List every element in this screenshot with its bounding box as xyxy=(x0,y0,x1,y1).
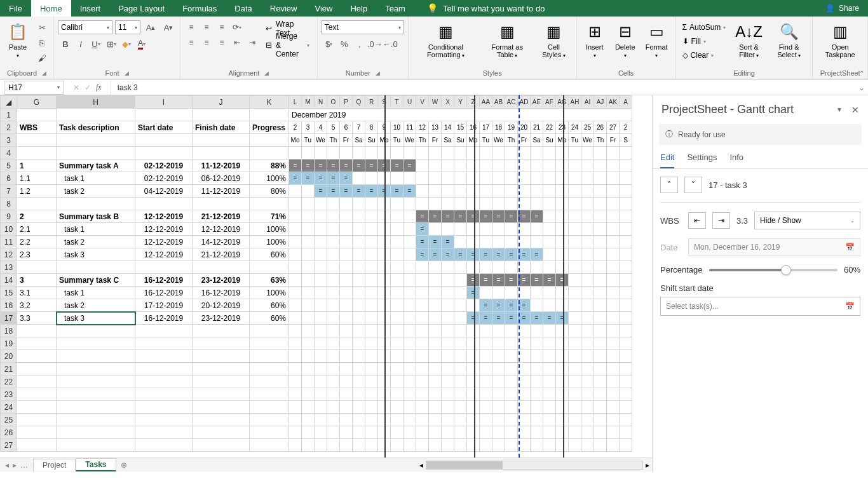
taskpane-close-button[interactable]: ✕ xyxy=(851,105,859,115)
italic-button[interactable]: I xyxy=(73,37,88,51)
col-header-AK[interactable]: AK xyxy=(607,96,620,109)
number-launcher[interactable]: ◢ xyxy=(376,70,380,76)
row-header-11[interactable]: 11 xyxy=(1,236,17,248)
taskpane-tab-info[interactable]: Info xyxy=(729,152,743,168)
fx-icon[interactable]: fx xyxy=(96,83,102,92)
prev-task-button[interactable]: ˄ xyxy=(660,177,678,193)
row-header-20[interactable]: 20 xyxy=(1,350,17,363)
row-header-16[interactable]: 16 xyxy=(1,299,17,312)
col-header-W[interactable]: W xyxy=(429,96,442,109)
sheet-nav-first[interactable]: ◂ xyxy=(5,461,9,470)
font-launcher[interactable]: ◢ xyxy=(125,70,129,76)
row-header-17[interactable]: 17 xyxy=(1,312,17,325)
cell-desc-6[interactable]: task 1 xyxy=(57,172,135,185)
row-header-14[interactable]: 14 xyxy=(1,274,17,287)
row-header-25[interactable]: 25 xyxy=(1,414,17,426)
number-format-picker[interactable]: Text▾ xyxy=(322,20,404,34)
cell-desc-15[interactable]: task 1 xyxy=(57,287,135,299)
horizontal-scrollbar[interactable]: ◂ ▸ xyxy=(417,461,652,470)
format-painter-button[interactable]: 🖌 xyxy=(34,51,50,65)
share-button[interactable]: 👤 Share xyxy=(817,4,868,13)
collapse-ribbon-button[interactable]: ⌃ xyxy=(859,70,864,77)
fill-color-button[interactable]: ◆▾ xyxy=(119,37,134,51)
next-task-button[interactable]: ˅ xyxy=(684,177,702,193)
autosum-button[interactable]: ΣAutoSum▾ xyxy=(680,20,729,34)
format-cells-button[interactable]: ▭Format xyxy=(642,20,672,60)
cut-button[interactable]: ✂ xyxy=(34,20,50,34)
decrease-decimal-button[interactable]: ←.0 xyxy=(383,37,398,51)
row-header-1[interactable]: 1 xyxy=(1,109,17,121)
align-bottom-button[interactable]: ≡ xyxy=(215,20,229,34)
cell-desc-16[interactable]: task 2 xyxy=(57,299,135,312)
col-header-AA[interactable]: AA xyxy=(480,96,492,109)
tab-view[interactable]: View xyxy=(306,0,341,17)
increase-font-button[interactable]: A▴ xyxy=(143,20,158,34)
find-select-button[interactable]: 🔍Find & Select xyxy=(770,20,809,60)
tab-review[interactable]: Review xyxy=(261,0,306,17)
copy-button[interactable]: ⎘ xyxy=(34,36,50,50)
cell-desc-9[interactable]: Summary task B xyxy=(57,210,135,223)
row-header-3[interactable]: 3 xyxy=(1,134,17,147)
align-top-button[interactable]: ≡ xyxy=(184,20,198,34)
row-header-7[interactable]: 7 xyxy=(1,185,17,198)
row-header-21[interactable]: 21 xyxy=(1,363,17,376)
select-all-corner[interactable]: ◢ xyxy=(1,96,17,109)
col-header-AC[interactable]: AC xyxy=(505,96,518,109)
hide-show-select[interactable]: Hide / Show⌄ xyxy=(754,212,860,229)
col-header-Y[interactable]: Y xyxy=(454,96,467,109)
row-header-13[interactable]: 13 xyxy=(1,261,17,274)
tell-me-search[interactable]: 💡 Tell me what you want to do xyxy=(427,3,545,13)
col-header-K[interactable]: K xyxy=(250,96,289,109)
increase-decimal-button[interactable]: .0→ xyxy=(367,37,383,51)
tab-formulas[interactable]: Formulas xyxy=(173,0,226,17)
bold-button[interactable]: B xyxy=(58,37,73,51)
cell-desc-17[interactable]: task 3 xyxy=(57,312,135,325)
sheet-nav-more[interactable]: … xyxy=(20,461,28,470)
col-header-L[interactable]: L xyxy=(289,96,302,109)
row-header-12[interactable]: 12 xyxy=(1,248,17,261)
font-name-picker[interactable]: Calibri▾ xyxy=(58,20,112,34)
expand-formula-bar[interactable]: ⌄ xyxy=(855,83,868,92)
sort-filter-button[interactable]: A↓ZSort & Filter xyxy=(731,20,766,60)
col-header-Q[interactable]: Q xyxy=(353,96,365,109)
font-color-button[interactable]: A▾ xyxy=(134,37,149,51)
tab-team[interactable]: Team xyxy=(376,0,414,17)
clipboard-launcher[interactable]: ◢ xyxy=(42,70,46,76)
col-header-J[interactable]: J xyxy=(193,96,250,109)
row-header-23[interactable]: 23 xyxy=(1,388,17,401)
row-header-22[interactable]: 22 xyxy=(1,376,17,388)
cell-styles-button[interactable]: ▦Cell Styles xyxy=(535,20,573,60)
sheet-tab-project[interactable]: Project xyxy=(33,459,76,471)
col-header-P[interactable]: P xyxy=(340,96,353,109)
col-header-A[interactable]: A xyxy=(620,96,632,109)
format-as-table-button[interactable]: ▦Format as Table xyxy=(482,20,532,60)
tab-data[interactable]: Data xyxy=(226,0,261,17)
row-header-10[interactable]: 10 xyxy=(1,223,17,236)
enter-icon[interactable]: ✓ xyxy=(85,83,91,92)
tab-help[interactable]: Help xyxy=(341,0,376,17)
percent-button[interactable]: % xyxy=(337,37,352,51)
orientation-button[interactable]: ⟳▾ xyxy=(230,20,244,34)
cell-desc-7[interactable]: task 2 xyxy=(57,185,135,198)
tab-home[interactable]: Home xyxy=(31,0,71,17)
col-header-AJ[interactable]: AJ xyxy=(594,96,607,109)
col-header-AH[interactable]: AH xyxy=(569,96,581,109)
col-header-AE[interactable]: AE xyxy=(531,96,543,109)
row-header-18[interactable]: 18 xyxy=(1,325,17,337)
row-header-27[interactable]: 27 xyxy=(1,439,17,452)
col-header-AB[interactable]: AB xyxy=(492,96,505,109)
percentage-slider[interactable] xyxy=(709,269,837,271)
shift-task-select[interactable]: Select task(s)...📅 xyxy=(660,297,860,316)
tab-pagelayout[interactable]: Page Layout xyxy=(109,0,173,17)
col-header-X[interactable]: X xyxy=(442,96,454,109)
row-header-2[interactable]: 2 xyxy=(1,121,17,134)
row-header-8[interactable]: 8 xyxy=(1,198,17,210)
outdent-button[interactable]: ⇤ xyxy=(688,212,706,229)
fill-button[interactable]: ⬇Fill▾ xyxy=(680,34,729,48)
row-header-5[interactable]: 5 xyxy=(1,159,17,172)
cell-desc-10[interactable]: task 1 xyxy=(57,223,135,236)
align-right-button[interactable]: ≡ xyxy=(215,36,229,50)
underline-button[interactable]: U▾ xyxy=(88,37,104,51)
col-header-AF[interactable]: AF xyxy=(543,96,556,109)
col-header-H[interactable]: H xyxy=(57,96,135,109)
